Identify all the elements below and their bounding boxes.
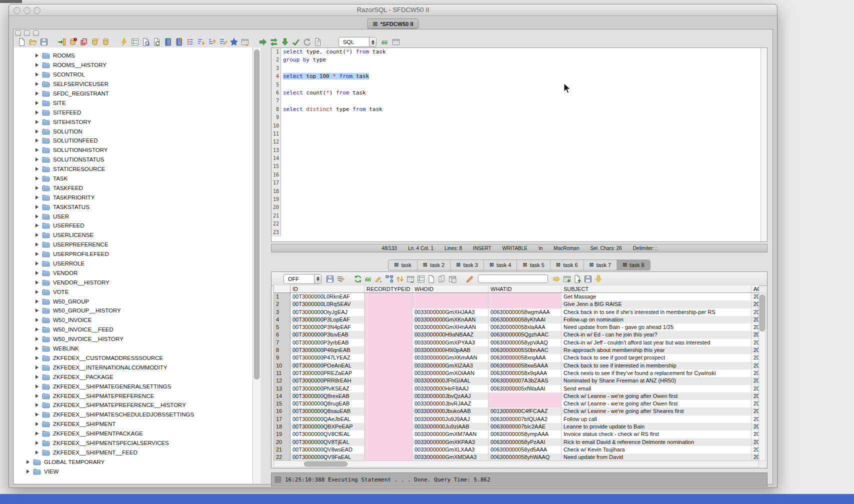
table-cell[interactable]: Nominated by Shane Freeman at ANZ (HR50) [562,377,752,384]
tree-item-site[interactable]: SITE [14,98,252,108]
table-cell[interactable] [364,392,412,400]
table-cell[interactable]: 200 [752,430,759,438]
disclosure-triangle-icon[interactable] [36,130,38,134]
disclosure-triangle-icon[interactable] [26,460,30,464]
table-cell[interactable] [364,293,412,300]
column-header-whoid[interactable]: WHOID [412,286,488,292]
relations-tree-icon[interactable] [384,274,394,284]
editor-line[interactable]: 1select type, count(*) from task [272,48,767,56]
table-cell[interactable]: 00T3000000PRR8rEAH [290,377,364,384]
disclosure-triangle-icon[interactable] [36,186,38,190]
table-cell[interactable]: 200 [752,300,759,308]
table-row[interactable]: 1100T3000000PREZaEAP0033000000GmXOiAAN00… [274,370,759,377]
table-cell[interactable]: 00T3000000P3tuvEAB [290,331,364,338]
result-tab-task-8[interactable]: ⊠task 8 [616,260,650,270]
table-cell[interactable] [364,423,412,430]
tree-item-staticresource[interactable]: STATICRESOURCE [14,164,252,174]
table-cell[interactable]: 0033000000JbvRJAAZ [412,400,488,408]
disclosure-triangle-icon[interactable] [36,422,38,426]
table-cell[interactable]: 0033000000GmXOiAAN [412,370,488,377]
disclosure-triangle-icon[interactable] [36,300,38,304]
tree-item-sitehistory[interactable]: SITEHISTORY [14,117,252,126]
table-cell[interactable]: Follow-up on nomination [562,316,752,324]
table-cell[interactable]: 00630000007A3bZAAS [488,377,562,384]
editor-line[interactable]: 8select distinct type from task [272,106,767,114]
rollback-arrow-icon[interactable] [302,37,312,47]
table-cell[interactable] [364,430,412,438]
table-cell[interactable] [364,300,412,308]
editor-line[interactable]: 10 [272,122,767,130]
new-file-icon[interactable] [16,37,28,47]
table-row[interactable]: 1200T3000000PRR8rEAH0033000000JFhGIAAL00… [274,377,759,384]
table-row[interactable]: 1400T3000000Q8rexEAB0033000000JbvQzAAJCh… [274,392,759,400]
sort-list-down-icon[interactable] [196,37,206,47]
table-cell[interactable]: Rick to email David & reference Delmonte… [562,438,752,446]
table-cell[interactable]: Check nexis to see if they've found a re… [562,370,752,377]
table-cell[interactable]: 0013000000C4fFCAAZ [488,408,562,415]
table-cell[interactable]: 0033000000GmXKPAA3 [412,438,488,446]
table-cell[interactable] [364,446,412,454]
table-cell[interactable]: 006300000058x9qAAA [488,370,562,377]
table-cell[interactable]: 0033000000GmXLXAA3 [412,446,488,454]
disclosure-triangle-icon[interactable] [36,280,38,284]
tree-item-solutionhistory[interactable]: SOLUTIONHISTORY [14,146,252,155]
row-limit-combo[interactable]: OFF [284,274,322,284]
results-grid-icon[interactable] [390,37,402,47]
open-file-icon[interactable] [28,37,38,47]
column-header-whatid[interactable]: WHATID [488,286,562,292]
table-row[interactable]: 1000T3000000POeAnEAL0033000000GmXIZAA300… [274,362,759,370]
table-row[interactable]: 1900T3000000QV8CfEAL0033000000GmXM7AAN00… [274,430,759,438]
column-header-recordtypeid[interactable]: RECORDTYPEID [364,286,412,292]
table-cell[interactable]: 00T3000000P3yrbEAB [290,339,364,346]
database-book-icon[interactable] [162,37,174,47]
table-cell[interactable]: 0033000000GmXIZAA3 [412,362,488,370]
table-cell[interactable] [364,331,412,338]
disclosure-triangle-icon[interactable] [36,138,38,142]
editor-line[interactable]: 21 [272,212,767,220]
tree-item-zkfedex-shipment[interactable]: ZKFEDEX__SHIPMENT [14,420,252,429]
disclosure-triangle-icon[interactable] [36,356,38,360]
table-cell[interactable]: 00T3000000QAeJbEAL [290,416,364,423]
table-cell[interactable]: 00T3000000QV8wsEAD [290,446,364,454]
table-cell[interactable]: Check w/ Leanne - we're going after Owen… [562,400,752,408]
tree-item-rooms-history[interactable]: ROOMS__HISTORY [14,60,252,70]
table-cell[interactable] [364,438,412,446]
tab-close-icon[interactable]: ⊠ [590,262,594,268]
sql-editor[interactable]: 1select type, count(*) from task2group b… [271,48,768,242]
table-cell[interactable]: Send email [562,385,752,392]
table-describe-icon[interactable] [130,37,140,47]
tree-item-zkfedex-shipmatepreference-history[interactable]: ZKFEDEX__SHIPMATEPREFERENCE__HISTORY [14,400,252,410]
tab-close-icon[interactable]: ⊠ [423,262,428,268]
tree-item-zkfedex-shipmatescheduledjobssettings[interactable]: ZKFEDEX__SHIPMATESCHEDULEDJOBSSETTINGS [14,410,252,420]
commit-check-icon[interactable] [290,37,302,47]
table-cell[interactable]: 0033000000JFhGIAAL [412,377,488,384]
tree-item-zkfedex-shipmategeneralsettings[interactable]: ZKFEDEX__SHIPMATEGENERALSETTINGS [14,382,252,391]
disclosure-triangle-icon[interactable] [36,432,38,436]
table-cell[interactable]: 00T3000000QBXPeEAP [290,423,364,430]
disclosure-triangle-icon[interactable] [36,252,38,256]
tab-close-icon[interactable]: ⊠ [394,262,398,268]
tree-item-userprofilefeed[interactable]: USERPROFILEFEED [14,250,252,259]
table-cell[interactable]: 0033000000HirF8AAJ [412,385,488,392]
tree-item-zkfedex-shipmentspecialservices[interactable]: ZKFEDEX__SHIPMENTSPECIALSERVICES [14,438,252,448]
table-cell[interactable]: 00630000005QgzhAAC [488,331,562,338]
editor-line[interactable]: 14 [272,154,767,162]
table-cell[interactable]: 00T3000000P3LopEAF [290,316,364,324]
tree-item-rooms[interactable]: ROOMS [14,51,252,60]
table-row[interactable]: 200T3000000L0RqSEAVGive Jenn a BIG RAISE… [274,300,759,308]
disclosure-triangle-icon[interactable] [36,158,38,162]
disclosure-triangle-icon[interactable] [36,205,38,209]
table-cell[interactable]: 006300000058yKhAAI [488,316,562,324]
table-row[interactable]: 800T3000000P46qnEAB0033000000H9i0pAAB006… [274,346,759,354]
table-cell[interactable]: 0033000000Ju9zIAAB [412,423,488,430]
refresh-results-icon[interactable] [352,274,363,284]
clipboard-item-icon[interactable] [100,37,112,47]
document-tab-close-icon[interactable]: ⊠ [372,21,378,27]
tab-close-icon[interactable]: ⊠ [456,262,460,268]
save-icon[interactable] [38,37,50,47]
tree-item-zkfedex-customaddresssource[interactable]: ZKFEDEX__CUSTOMADDRESSSOURCE [14,354,252,363]
results-vertical-scrollbar[interactable] [758,292,766,461]
tree-item-w50-invoice-history[interactable]: W50_INVOICE__HISTORY [14,334,252,344]
disclosure-triangle-icon[interactable] [36,110,38,114]
bookmark-book-icon[interactable] [174,37,184,47]
